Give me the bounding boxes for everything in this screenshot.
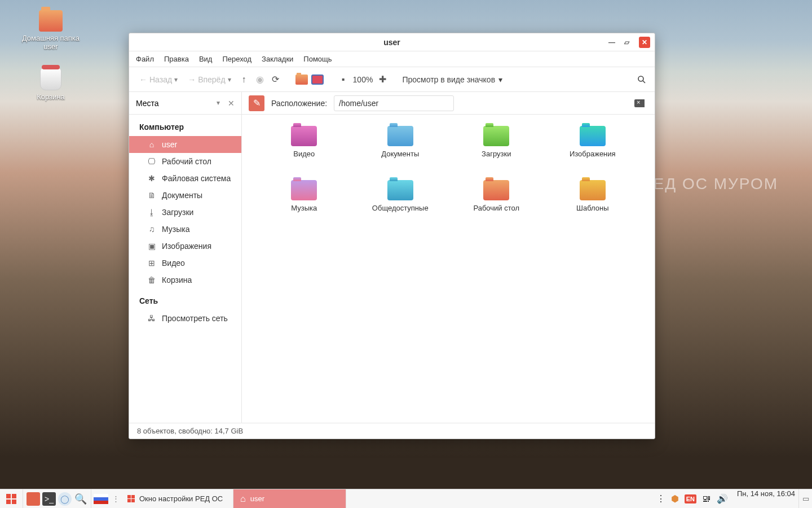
file-manager-window: user — ▱ ✕ Файл Правка Вид Переход Закла… [129, 33, 655, 439]
location-input[interactable] [334, 95, 454, 111]
folder-label: Документы [381, 150, 419, 158]
menu-view[interactable]: Вид [199, 55, 213, 63]
folder-music[interactable]: Музыка [259, 180, 350, 231]
sidebar-item-3[interactable]: 🗎Документы [129, 187, 241, 204]
desktop-icon-home[interactable]: Домашняя папка user [17, 10, 85, 51]
folder-desk[interactable]: Рабочий стол [451, 180, 542, 231]
folder-icon [387, 180, 413, 200]
close-button[interactable]: ✕ [639, 37, 650, 48]
launcher-files[interactable] [27, 492, 40, 506]
tray-language[interactable]: EN [685, 494, 696, 503]
task-separator-icon[interactable]: ⋮ [111, 489, 121, 508]
sidebar-item-7[interactable]: ⊞Видео [129, 255, 241, 271]
home-folder-icon [39, 10, 63, 32]
folder-icon [483, 180, 509, 200]
sidebar-item-icon: 🗎 [147, 191, 156, 200]
launcher-terminal[interactable]: >_ [42, 492, 56, 506]
sidebar-item-2[interactable]: ✱Файловая система [129, 170, 241, 187]
menu-go[interactable]: Переход [222, 55, 251, 63]
location-label: Расположение: [271, 99, 327, 108]
search-button[interactable] [636, 73, 648, 86]
folder-label: Музыка [291, 204, 317, 212]
places-label: Места [136, 99, 159, 108]
folder-icon [291, 180, 317, 200]
desktop-icon-label: Корзина [17, 93, 85, 101]
reload-button[interactable]: ⟳ [270, 73, 282, 86]
tray-package-icon[interactable]: ⬢ [671, 493, 679, 504]
system-tray: ⋮ ⬢ EN 🖳 🔊 [651, 489, 734, 508]
menu-edit[interactable]: Правка [164, 55, 189, 63]
menu-file[interactable]: Файл [136, 55, 154, 63]
places-close[interactable]: ✕ [228, 99, 235, 108]
places-dropdown[interactable]: ▾ [217, 99, 220, 108]
folder-label: Загрузки [482, 150, 511, 158]
menu-help[interactable]: Помощь [303, 55, 332, 63]
zoom-out-button[interactable]: ▪ [337, 73, 350, 86]
sidebar-item-1[interactable]: 🖵Рабочий стол [129, 153, 241, 170]
trash-icon [40, 68, 61, 90]
clear-location-button[interactable] [634, 99, 645, 107]
search-icon [637, 75, 646, 84]
tray-network-icon[interactable]: 🖳 [702, 494, 711, 504]
folder-icon [387, 126, 413, 146]
taskbar-clock[interactable]: Пн, 14 ноя, 16:04 [734, 489, 798, 508]
sidebar-item-label: user [162, 140, 177, 149]
maximize-button[interactable]: ▱ [621, 37, 632, 48]
sidebar-item-icon: ✱ [147, 174, 156, 183]
folder-videos[interactable]: Видео [259, 126, 350, 177]
show-desktop-button[interactable]: ▭ [798, 489, 812, 508]
folder-label: Рабочий стол [473, 204, 519, 212]
arrow-right-icon: → [188, 75, 196, 84]
sidebar-network-item-0[interactable]: 🖧Просмотреть сеть [129, 310, 241, 327]
nav-back[interactable]: ← Назад ▾ [136, 73, 181, 86]
taskbar-task-filemanager[interactable]: ⌂ user [233, 489, 346, 508]
places-header: Места ▾ ✕ [129, 92, 241, 115]
chevron-down-icon: ▾ [228, 76, 231, 84]
folder-grid[interactable]: ВидеоДокументыЗагрузкиИзображенияМузыкаО… [242, 115, 655, 423]
launcher-search[interactable]: 🔍 [74, 492, 87, 506]
zoom-level: 100% [353, 75, 373, 84]
tray-volume-icon[interactable]: 🔊 [717, 493, 728, 504]
nav-forward[interactable]: → Вперёд ▾ [184, 73, 234, 86]
view-mode-select[interactable]: Просмотр в виде значков ▾ [402, 75, 502, 84]
taskbar: >_ ◯ 🔍 ⋮ Окно настройки РЕД ОС ⌂ user ⋮ … [0, 489, 812, 508]
folder-dl[interactable]: Загрузки [451, 126, 542, 177]
home-button[interactable] [295, 73, 308, 86]
sidebar-item-6[interactable]: ▣Изображения [129, 238, 241, 255]
task-label: Окно настройки РЕД ОС [139, 494, 223, 503]
folder-docs[interactable]: Документы [355, 126, 446, 177]
stop-button[interactable]: ◉ [254, 73, 266, 86]
zoom-in-button[interactable]: ✚ [376, 73, 389, 86]
tray-menu-icon[interactable]: ⋮ [656, 493, 665, 504]
keyboard-layout-flag[interactable] [94, 494, 108, 504]
titlebar[interactable]: user — ▱ ✕ [129, 33, 655, 51]
sidebar-item-icon: 🖵 [147, 157, 156, 166]
svg-point-0 [638, 76, 643, 81]
menubar: Файл Правка Вид Переход Закладки Помощь [129, 51, 655, 67]
sidebar-item-4[interactable]: ⭳Загрузки [129, 204, 241, 221]
folder-tmpl[interactable]: Шаблоны [548, 180, 638, 231]
status-text: 8 объектов, свободно: 14,7 GiB [137, 427, 243, 435]
desktop: Домашняя папка user Корзина РЕД ОС МУРОМ… [0, 0, 812, 508]
folder-pub[interactable]: Общедоступные [355, 180, 446, 231]
desktop-icon-trash[interactable]: Корзина [17, 68, 85, 101]
folder-label: Общедоступные [372, 204, 429, 212]
sidebar-item-5[interactable]: ♫Музыка [129, 221, 241, 238]
launcher-browser[interactable]: ◯ [58, 492, 72, 506]
folder-label: Изображения [570, 150, 616, 158]
folder-img[interactable]: Изображения [548, 126, 638, 177]
computer-button[interactable] [311, 73, 324, 86]
nav-up[interactable]: ↑ [238, 73, 250, 86]
desktop-icon-label: user [17, 42, 85, 51]
start-button[interactable] [0, 489, 23, 508]
taskbar-task-settings[interactable]: Окно настройки РЕД ОС [121, 489, 233, 508]
menu-bookmarks[interactable]: Закладки [262, 55, 293, 63]
sidebar-item-0[interactable]: ⌂user [129, 136, 241, 153]
sidebar-item-icon: ▣ [147, 242, 156, 251]
sidebar-item-label: Изображения [162, 242, 211, 251]
minimize-button[interactable]: — [606, 37, 617, 48]
sidebar-item-8[interactable]: 🗑Корзина [129, 271, 241, 288]
edit-location-button[interactable]: ✎ [249, 95, 264, 111]
main-pane: ✎ Расположение: ВидеоДокументыЗагрузкиИз… [242, 92, 655, 423]
sidebar-item-label: Музыка [162, 225, 190, 234]
